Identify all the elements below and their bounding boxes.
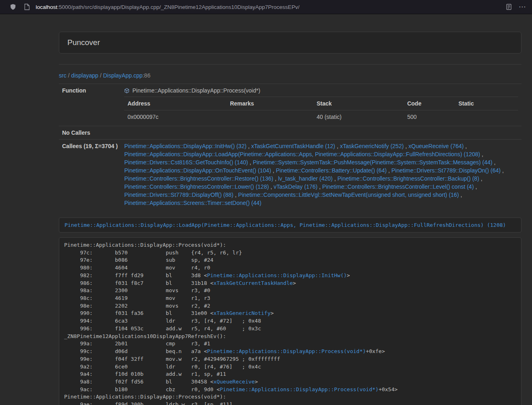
col-remarks: Remarks: [227, 97, 314, 110]
callee-separator: ,: [501, 167, 504, 174]
col-stack: Stack: [313, 97, 404, 110]
shield-icon[interactable]: [9, 3, 17, 11]
callees-list: Pinetime::Applications::DisplayApp::Init…: [121, 140, 521, 210]
col-address: Address: [124, 97, 226, 110]
url-bar[interactable]: localhost:5000/path/src/displayapp/Displ…: [36, 4, 500, 10]
callee-link[interactable]: xQueueReceive (764): [409, 143, 464, 149]
callee-link[interactable]: Pinetime::Controllers::BrightnessControl…: [124, 183, 269, 190]
page-container: Puncover src / displayapp / DisplayApp.c…: [59, 32, 521, 405]
symbol-banner-link[interactable]: Pinetime::Applications::DisplayApp::Load…: [65, 222, 506, 228]
col-static: Static: [455, 97, 518, 110]
callee-separator: ,: [333, 175, 338, 182]
callee-link[interactable]: xTaskGetCurrentTaskHandle (12): [251, 143, 335, 149]
function-symbol-icon: [124, 88, 129, 93]
asm-symbol-link[interactable]: xTaskGenericNotify: [213, 310, 271, 316]
function-row: Function Pinetime::Applications::Display…: [59, 84, 521, 126]
callee-separator: ,: [480, 151, 483, 157]
breadcrumb-separator: /: [98, 72, 103, 79]
assembly-code: Pinetime::Applications::DisplayApp::Proc…: [59, 237, 521, 405]
callee-separator: ,: [464, 143, 467, 149]
breadcrumb-line-number: :86: [142, 72, 150, 79]
callee-link[interactable]: Pinetime::Controllers::BrightnessControl…: [337, 175, 479, 182]
callee-separator: ,: [404, 143, 409, 149]
col-code: Code: [404, 97, 455, 110]
address-value: 0x0000097c: [124, 110, 226, 124]
callee-link[interactable]: lv_task_handler (420): [278, 175, 333, 182]
callee-separator: ,: [474, 183, 477, 190]
callee-link[interactable]: vTaskDelay (176): [274, 183, 317, 190]
callee-link[interactable]: Pinetime::Drivers::St7789::DisplayOff() …: [124, 192, 233, 198]
callee-separator: ,: [479, 175, 482, 182]
symbol-banner: Pinetime::Applications::DisplayApp::Load…: [59, 218, 521, 233]
breadcrumb-link[interactable]: DisplayApp.cpp: [103, 72, 142, 79]
callee-separator: ,: [492, 159, 495, 166]
callee-link[interactable]: xTaskGenericNotify (252): [340, 143, 404, 149]
breadcrumb-link[interactable]: src: [59, 72, 67, 79]
function-stats-table: Address Remarks Stack Code Static 0x0000…: [124, 97, 518, 123]
callee-link[interactable]: Pinetime::Applications::Screens::Timer::…: [124, 200, 261, 206]
callee-separator: ,: [387, 167, 392, 174]
breadcrumb-separator: /: [67, 72, 71, 79]
breadcrumb-link[interactable]: displayapp: [71, 72, 98, 79]
callee-separator: ,: [248, 159, 253, 166]
page-title: Puncover: [67, 38, 513, 47]
code-value: 500: [404, 110, 455, 124]
callee-link[interactable]: Pinetime::Components::LittleVgl::SetNewT…: [238, 192, 459, 198]
asm-symbol-link[interactable]: xQueueReceive: [213, 379, 255, 385]
asm-symbol-link[interactable]: Pinetime::Applications::DisplayApp::Init…: [207, 272, 347, 278]
stats-header-row: Address Remarks Stack Code Static: [124, 97, 518, 110]
callee-separator: ,: [233, 192, 238, 198]
divider: [59, 64, 521, 65]
asm-symbol-link[interactable]: Pinetime::Applications::DisplayApp::Proc…: [207, 348, 366, 354]
no-callers-label: No Callers: [59, 126, 121, 140]
callee-link[interactable]: Pinetime::Drivers::Cst816S::GetTouchInfo…: [124, 159, 248, 166]
callee-separator: ,: [273, 175, 278, 182]
reader-view-icon[interactable]: [505, 3, 513, 11]
callee-link[interactable]: Pinetime::Controllers::BrightnessControl…: [124, 175, 273, 182]
callee-link[interactable]: Pinetime::Controllers::BrightnessControl…: [322, 183, 474, 190]
asm-symbol-link[interactable]: Pinetime::Applications::DisplayApp::Proc…: [220, 386, 379, 392]
callee-separator: ,: [269, 183, 274, 190]
stats-value-row: 0x0000097c 40 (static) 500: [124, 110, 518, 124]
callee-link[interactable]: Pinetime::Applications::DisplayApp::Init…: [124, 143, 246, 149]
static-value: [455, 110, 518, 124]
callee-separator: ,: [459, 192, 462, 198]
callee-separator: ,: [335, 143, 340, 149]
page-icon[interactable]: [23, 3, 31, 11]
more-options-icon[interactable]: ⋯: [519, 3, 526, 11]
app-title-panel: Puncover: [59, 32, 521, 54]
url-path: :5000/path/src/displayapp/DisplayApp.cpp…: [57, 4, 299, 10]
browser-toolbar: localhost:5000/path/src/displayapp/Displ…: [0, 0, 532, 14]
stack-value: 40 (static): [313, 110, 404, 124]
function-label: Function: [59, 84, 121, 126]
callee-link[interactable]: Pinetime::System::SystemTask::PushMessag…: [253, 159, 493, 166]
callees-row: Callees (19, Σ=3704 ) Pinetime::Applicat…: [59, 140, 521, 210]
callees-label: Callees (19, Σ=3704 ): [59, 140, 121, 210]
function-name: Pinetime::Applications::DisplayApp::Proc…: [132, 86, 260, 95]
callee-link[interactable]: Pinetime::Drivers::St7789::DisplayOn() (…: [392, 167, 501, 174]
function-table: Function Pinetime::Applications::Display…: [59, 84, 521, 209]
url-host: localhost: [36, 4, 57, 10]
no-callers-row: No Callers: [59, 126, 521, 140]
remarks-value: [227, 110, 314, 124]
function-name-row: Pinetime::Applications::DisplayApp::Proc…: [124, 86, 518, 95]
callee-link[interactable]: Pinetime::Applications::DisplayApp::Load…: [124, 151, 480, 157]
callee-separator: ,: [246, 143, 251, 149]
breadcrumb: src / displayapp / DisplayApp.cpp:86: [59, 72, 521, 79]
asm-symbol-link[interactable]: xTaskGetCurrentTaskHandle: [213, 280, 293, 286]
callee-link[interactable]: Pinetime::Controllers::Battery::Update()…: [276, 167, 387, 174]
callee-separator: ,: [271, 167, 276, 174]
callee-link[interactable]: Pinetime::Applications::DisplayApp::OnTo…: [124, 167, 271, 174]
callee-separator: ,: [317, 183, 322, 190]
